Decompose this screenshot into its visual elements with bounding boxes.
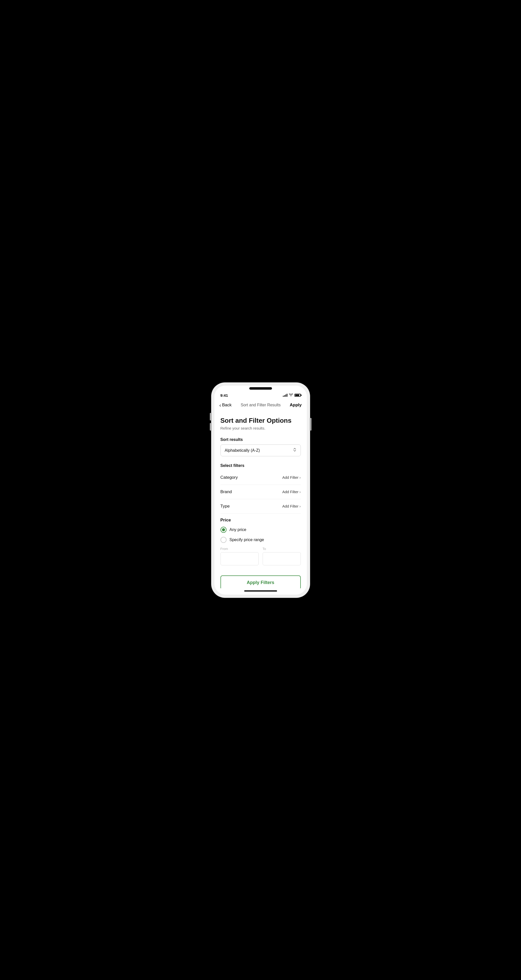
status-time: 9:41 [220, 393, 228, 398]
radio-specify-range-circle[interactable] [220, 537, 226, 543]
filter-add-type-text: Add Filter [282, 504, 298, 508]
filter-add-brand-text: Add Filter [282, 490, 298, 494]
sort-select[interactable]: Alphabetically (A-Z) Alphabetically (Z-A… [220, 444, 301, 456]
price-from-input[interactable] [220, 552, 259, 565]
signal-icon [283, 394, 287, 397]
status-bar: 9:41 [214, 390, 307, 399]
radio-any-price-label: Any price [229, 528, 247, 532]
nav-title: Sort and Filter Results [241, 403, 280, 407]
price-section-title: Price [220, 518, 301, 523]
main-content: Sort and Filter Options Refine your sear… [214, 412, 307, 588]
filter-chevron-type-icon: › [300, 504, 301, 508]
nav-apply-button[interactable]: Apply [290, 402, 301, 407]
content-scroll: Sort and Filter Options Refine your sear… [214, 412, 307, 588]
filter-label-category: Category [220, 475, 238, 480]
price-to-input[interactable] [263, 552, 301, 565]
dynamic-island [214, 386, 307, 390]
price-from-label: From [220, 547, 259, 551]
radio-any-price[interactable]: Any price [220, 527, 301, 533]
apply-btn-section: Apply Filters [220, 576, 301, 588]
sort-section: Sort results Alphabetically (A-Z) Alphab… [220, 438, 301, 456]
page-title: Sort and Filter Options [220, 417, 301, 425]
filter-add-category-text: Add Filter [282, 475, 298, 479]
filter-label-brand: Brand [220, 489, 232, 495]
back-label: Back [222, 402, 232, 407]
filters-section: Select filters Category Add Filter › Bra… [220, 463, 301, 514]
sort-select-wrapper: Alphabetically (A-Z) Alphabetically (Z-A… [220, 444, 301, 456]
wifi-icon [289, 393, 293, 397]
price-range-fields: From To [220, 547, 301, 565]
price-section: Price Any price Specify price range From [220, 518, 301, 565]
radio-specify-range-label: Specify price range [229, 538, 264, 542]
filter-add-brand[interactable]: Add Filter › [282, 490, 301, 494]
filter-add-category[interactable]: Add Filter › [282, 475, 301, 479]
nav-header: ‹ Back Sort and Filter Results Apply [214, 399, 307, 412]
battery-icon [295, 394, 301, 397]
filter-add-type[interactable]: Add Filter › [282, 504, 301, 508]
filter-chevron-category-icon: › [300, 476, 301, 479]
sort-section-label: Sort results [220, 438, 301, 442]
filter-row-category[interactable]: Category Add Filter › [220, 471, 301, 485]
radio-any-price-circle[interactable] [220, 527, 226, 533]
home-indicator [214, 588, 307, 595]
back-chevron-icon: ‹ [220, 402, 221, 407]
filter-row-type[interactable]: Type Add Filter › [220, 499, 301, 514]
price-to-wrapper: To [263, 547, 301, 565]
status-icons [283, 393, 301, 397]
filter-label-type: Type [220, 504, 230, 509]
price-from-wrapper: From [220, 547, 259, 565]
radio-specify-range[interactable]: Specify price range [220, 537, 301, 543]
apply-filters-button[interactable]: Apply Filters [220, 576, 301, 588]
home-bar [244, 590, 277, 592]
back-button[interactable]: ‹ Back [220, 402, 232, 407]
filters-section-label: Select filters [220, 463, 301, 468]
filter-chevron-brand-icon: › [300, 490, 301, 494]
filter-row-brand[interactable]: Brand Add Filter › [220, 485, 301, 499]
page-subtitle: Refine your search results. [220, 426, 301, 430]
price-to-label: To [263, 547, 301, 551]
